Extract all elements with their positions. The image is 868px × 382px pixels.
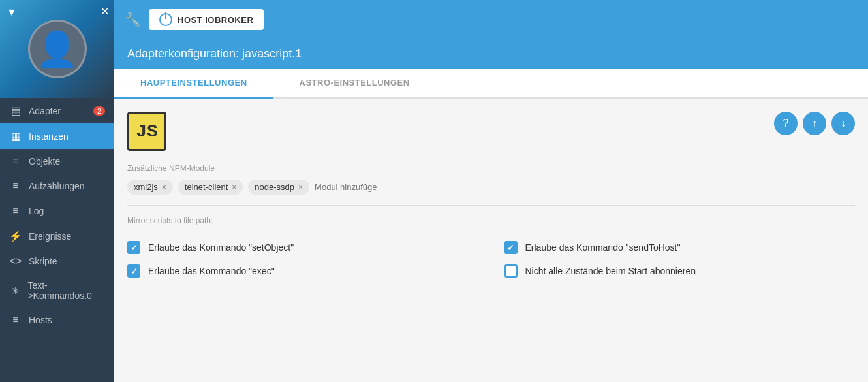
sidebar-item-skripte[interactable]: <>Skripte [0,249,114,274]
checkbox-row-setObject: ✓Erlaube das Kommando "setObject" [127,241,478,254]
instanzen-icon: ▦ [9,130,22,142]
checkmark-setObject: ✓ [131,243,138,253]
aufzaehlungen-icon: ≡ [9,180,22,192]
npm-section-label: Zusätzliche NPM-Module [127,164,855,173]
avatar: 👤 [28,20,87,78]
sidebar-label-objekte: Objekte [29,156,60,167]
checkbox-row-sendToHost: ✓Erlaube das Kommando "sendToHost" [504,241,856,254]
upload-button[interactable]: ↑ [803,112,826,135]
text-kommandos-icon: ✳ [9,285,21,297]
adapter-icon: ▤ [9,104,22,117]
tag-node-ssdp: node-ssdp× [248,180,309,195]
tag-label-xml2js: xml2js [134,182,158,192]
checkbox-label-sendToHost: Erlaube das Kommando "sendToHost" [525,242,681,253]
tag-close-telnet-client[interactable]: × [232,183,236,191]
help-button[interactable]: ? [774,112,798,135]
sidebar-item-ereignisse[interactable]: ⚡Ereignisse [0,223,114,249]
sidebar-item-aufzaehlungen[interactable]: ≡Aufzählungen [0,174,114,199]
checkbox-setObject[interactable]: ✓ [127,241,140,254]
tag-close-xml2js[interactable]: × [162,183,166,191]
badge-adapter: 2 [93,106,105,116]
checkbox-row-exec: ✓Erlaube das Kommando "exec" [127,264,478,278]
sidebar-label-instanzen: Instanzen [29,131,69,142]
sidebar-label-log: Log [29,206,44,216]
checkbox-row-subscribeAll: Nicht alle Zustände beim Start abonniere… [504,264,856,278]
close-button[interactable]: ✕ [101,5,109,18]
checkbox-exec[interactable]: ✓ [127,264,140,278]
page-title-bar: Adapterkonfiguration: javascript.1 [114,39,868,69]
tab-astro-einstellungen[interactable]: ASTRO-EINSTELLUNGEN [273,69,436,99]
sidebar-item-log[interactable]: ≡Log [0,199,114,223]
download-button[interactable]: ↓ [831,112,855,135]
npm-tags-container: xml2js×telnet-client×node-ssdp× [127,180,855,206]
checkbox-subscribeAll[interactable] [504,264,518,278]
power-icon [159,13,172,26]
sidebar-item-objekte[interactable]: ≡Objekte [0,149,114,174]
main-content: 🔧 HOST IOBROKER Adapterkonfiguration: ja… [114,0,868,382]
module-add-input[interactable] [315,182,406,192]
checkbox-grid: ✓Erlaube das Kommando "setObject"✓Erlaub… [127,241,855,278]
checkbox-label-exec: Erlaube das Kommando "exec" [148,266,275,276]
sidebar-item-adapter[interactable]: ▤Adapter2 [0,98,114,123]
sidebar-avatar: ▼ 👤 ✕ [0,0,114,98]
tag-telnet-client: telnet-client× [178,180,243,195]
tabs-bar: HAUPTEINSTELLUNGEN ASTRO-EINSTELLUNGEN [114,69,868,99]
sidebar: ▼ 👤 ✕ ▤Adapter2▦Instanzen≡Objekte≡Aufzäh… [0,0,114,382]
sidebar-label-text-kommandos: Text->Kommandos.0 [27,280,105,301]
sidebar-label-aufzaehlungen: Aufzählungen [29,181,85,191]
mirror-label: Mirror scripts to file path: [127,216,855,225]
sidebar-label-adapter: Adapter [29,106,61,116]
js-logo: JS [127,112,166,151]
log-icon: ≡ [9,205,22,217]
checkbox-sendToHost[interactable]: ✓ [504,241,518,254]
action-buttons: ? ↑ ↓ [774,112,855,135]
checkmark-sendToHost: ✓ [507,243,514,253]
checkbox-label-setObject: Erlaube das Kommando "setObject" [148,242,294,253]
ereignisse-icon: ⚡ [9,230,22,242]
host-iobroker-button[interactable]: HOST IOBROKER [149,9,264,30]
tag-label-telnet-client: telnet-client [185,182,228,192]
hosts-icon: ≡ [9,314,22,326]
objekte-icon: ≡ [9,155,22,167]
host-button-label: HOST IOBROKER [178,15,253,25]
wrench-icon: 🔧 [125,12,141,27]
sidebar-nav: ▤Adapter2▦Instanzen≡Objekte≡Aufzählungen… [0,98,114,382]
tab-haupteinstellungen[interactable]: HAUPTEINSTELLUNGEN [114,69,273,99]
sidebar-item-text-kommandos[interactable]: ✳Text->Kommandos.0 [0,274,114,308]
tag-label-node-ssdp: node-ssdp [255,182,294,192]
sidebar-label-ereignisse: Ereignisse [29,231,71,242]
checkmark-exec: ✓ [131,266,138,276]
sidebar-item-instanzen[interactable]: ▦Instanzen [0,123,114,149]
skripte-icon: <> [9,255,22,267]
tag-close-node-ssdp[interactable]: × [298,183,303,191]
sidebar-label-skripte: Skripte [29,256,57,266]
adapter-header: JS ? ↑ ↓ [127,112,855,151]
tag-xml2js: xml2js× [127,180,173,195]
sidebar-label-hosts: Hosts [29,315,52,325]
checkbox-label-subscribeAll: Nicht alle Zustände beim Start abonniere… [525,266,696,276]
toolbar: 🔧 HOST IOBROKER [114,0,868,39]
page-title: Adapterkonfiguration: javascript.1 [127,47,855,61]
dropdown-icon[interactable]: ▼ [7,7,17,18]
sidebar-item-hosts[interactable]: ≡Hosts [0,308,114,332]
content-area: JS ? ↑ ↓ Zusätzliche NPM-Module xml2js×t… [114,99,868,382]
